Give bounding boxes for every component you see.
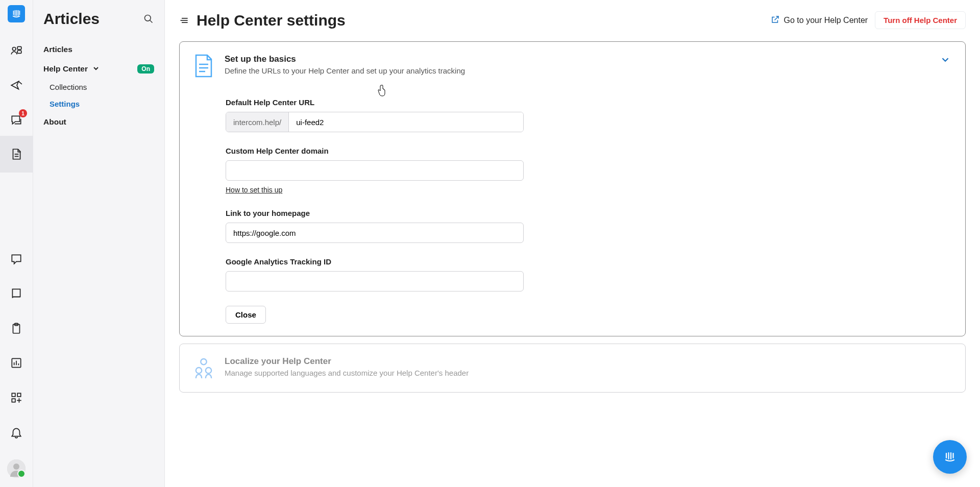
localize-card-header[interactable]: Localize your Help Center Manage support…	[194, 356, 951, 380]
url-input[interactable]	[289, 112, 523, 132]
ga-label: Google Analytics Tracking ID	[226, 257, 524, 266]
articles-icon[interactable]	[0, 136, 33, 173]
nav-help-center-label: Help Center	[43, 64, 88, 73]
homepage-label: Link to your homepage	[226, 209, 524, 217]
close-button[interactable]: Close	[226, 306, 266, 324]
main: Help Center settings Go to your Help Cen…	[165, 0, 980, 487]
nav-articles[interactable]: Articles	[33, 40, 164, 59]
svg-point-34	[196, 368, 202, 373]
page-title: Help Center settings	[197, 12, 764, 29]
nav-help-center[interactable]: Help Center On	[33, 59, 164, 79]
svg-point-6	[12, 47, 16, 51]
nav-settings[interactable]: Settings	[33, 95, 164, 112]
url-label: Default Help Center URL	[226, 98, 524, 107]
help-center-status-badge: On	[137, 64, 154, 74]
ga-input[interactable]	[226, 271, 524, 291]
domain-label: Custom Help Center domain	[226, 147, 524, 155]
localize-subtitle: Manage supported languages and customize…	[225, 369, 951, 377]
url-prefix: intercom.help/	[226, 112, 289, 132]
chevron-down-icon	[93, 65, 99, 71]
people-icon	[194, 356, 213, 380]
conversations-badge: 1	[19, 109, 27, 117]
reports-icon[interactable]	[9, 355, 24, 371]
user-avatar[interactable]	[7, 459, 26, 478]
svg-point-35	[206, 368, 211, 373]
intercom-messenger-button[interactable]	[933, 440, 967, 474]
outbound-icon[interactable]	[9, 78, 24, 93]
nav-about-label: About	[43, 117, 66, 127]
apps-icon[interactable]	[9, 390, 24, 405]
basics-title: Set up the basics	[225, 54, 928, 64]
nav-about[interactable]: About	[33, 112, 164, 132]
url-input-group: intercom.help/	[226, 112, 524, 132]
svg-rect-18	[12, 393, 15, 397]
page-header: Help Center settings Go to your Help Cen…	[165, 0, 980, 41]
localize-card: Localize your Help Center Manage support…	[179, 344, 966, 393]
svg-point-24	[13, 464, 19, 470]
basics-subtitle: Define the URLs to your Help Center and …	[225, 66, 928, 75]
svg-rect-20	[12, 399, 15, 402]
search-icon[interactable]	[143, 13, 154, 25]
nav-collections[interactable]: Collections	[33, 79, 164, 95]
homepage-input[interactable]	[226, 223, 524, 243]
svg-point-33	[201, 359, 206, 364]
book-icon[interactable]	[9, 286, 24, 301]
chevron-down-icon	[940, 54, 951, 67]
external-link-icon	[771, 15, 780, 26]
clipboard-icon[interactable]	[9, 321, 24, 336]
go-link-label: Go to your Help Center	[784, 16, 868, 25]
platform-icon[interactable]	[9, 43, 24, 58]
turn-off-button[interactable]: Turn off Help Center	[875, 11, 966, 29]
svg-rect-7	[17, 46, 21, 49]
basics-card-header[interactable]: Set up the basics Define the URLs to you…	[194, 54, 951, 78]
svg-line-26	[150, 20, 153, 23]
hamburger-icon[interactable]	[179, 15, 189, 26]
nav-articles-label: Articles	[43, 45, 72, 54]
sidebar-title: Articles	[43, 10, 100, 28]
domain-input[interactable]	[226, 160, 524, 181]
localize-title: Localize your Help Center	[225, 356, 951, 367]
intercom-logo[interactable]	[8, 5, 25, 22]
messages-icon[interactable]	[9, 251, 24, 266]
sidebar: Articles Articles Help Center On Collect…	[33, 0, 165, 487]
svg-rect-8	[17, 51, 21, 53]
svg-rect-19	[17, 393, 20, 397]
basics-card: Set up the basics Define the URLs to you…	[179, 41, 966, 336]
nav-rail: 1	[0, 0, 33, 487]
svg-point-25	[145, 15, 151, 21]
domain-help-link[interactable]: How to set this up	[226, 186, 282, 194]
notifications-icon[interactable]	[9, 425, 24, 440]
document-icon	[194, 54, 213, 78]
go-to-help-center-link[interactable]: Go to your Help Center	[771, 15, 868, 26]
conversations-icon[interactable]: 1	[9, 112, 24, 128]
